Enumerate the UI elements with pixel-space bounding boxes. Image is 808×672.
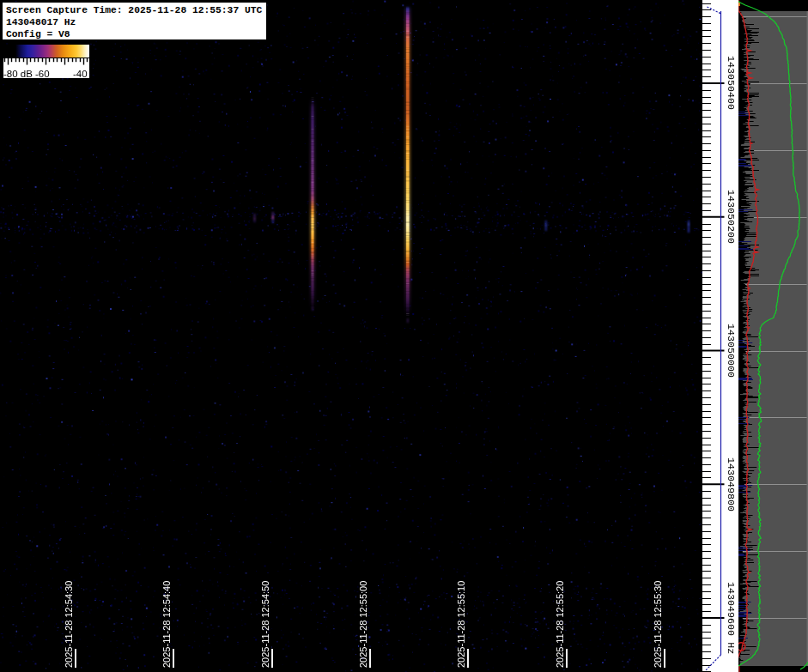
db-ruler: -80 dB -60 -40 [3,58,89,78]
frequency-axis-label: 143050400 [726,56,736,110]
db-label-40: -40 [73,69,88,80]
time-axis-tick [369,649,371,669]
time-axis-label: 2025-11-28 12:54:50 [260,580,271,667]
time-axis-label: 2025-11-28 12:55:10 [456,580,467,667]
time-axis-tick [664,649,665,669]
spectrum-graph-pane [738,0,808,672]
capture-time-text: Screen Capture Time: 2025-11-28 12:55:37… [6,4,266,16]
time-axis-tick [173,649,174,669]
frequency-axis-label: 143050200 [726,190,736,244]
time-axis-tick [467,649,469,669]
waterfall-spectrogram [0,0,702,672]
time-axis-label: 2025-11-28 12:54:30 [64,580,75,667]
frequency-axis-label: 143049800 [726,457,736,512]
center-frequency-text: 143048017 Hz [6,16,266,28]
frequency-scale: 1430504001430502001430500001430498001430… [702,0,738,672]
time-axis-tick [75,649,76,669]
db-label-80: -80 dB [3,69,33,80]
screen-capture-window: Screen Capture Time: 2025-11-28 12:55:37… [0,0,808,672]
db-label-60: -60 [35,69,50,80]
frequency-axis-label: 143050000 [726,324,736,378]
colormap-gradient-bar [3,45,89,58]
time-axis-label: 2025-11-28 12:54:40 [161,580,173,667]
time-axis-label: 2025-11-28 12:55:00 [358,580,369,667]
time-axis-label: 2025-11-28 12:55:30 [653,580,664,667]
frequency-axis-label: 143049600 Hz [726,582,736,654]
config-text: Config = V8 [6,28,266,40]
time-axis-label: 2025-11-28 12:55:20 [555,580,566,667]
capture-caption-box: Screen Capture Time: 2025-11-28 12:55:37… [2,2,267,40]
